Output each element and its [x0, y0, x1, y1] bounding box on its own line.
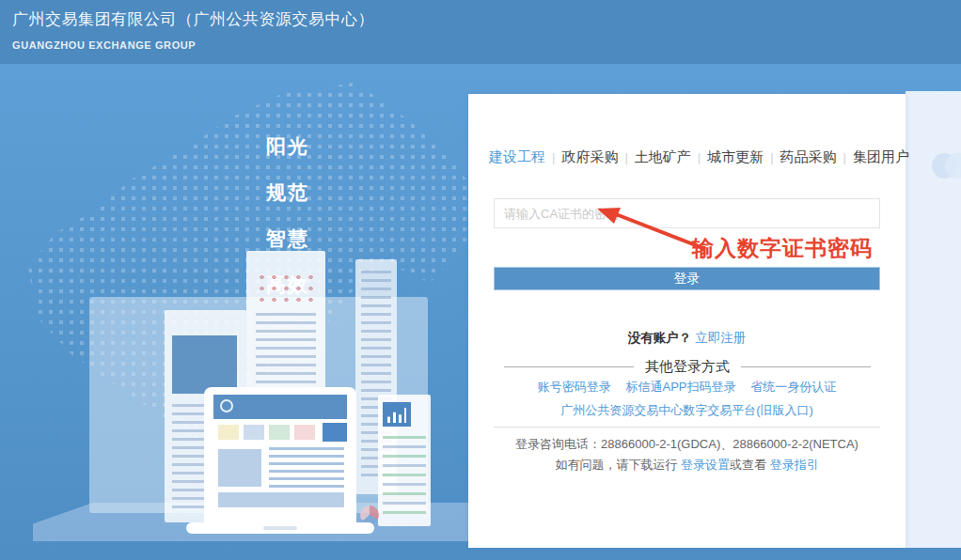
login-guide-link[interactable]: 登录指引 — [770, 458, 819, 472]
tab-group-user[interactable]: 集团用户 — [853, 148, 909, 164]
provincial-identity-link[interactable]: 省统一身份认证 — [750, 380, 836, 394]
old-platform-link[interactable]: 广州公共资源交易中心数字交易平台(旧版入口) — [560, 403, 813, 417]
page: 广州交易集团有限公司（广州公共资源交易中心） GUANGZHOU EXCHANG… — [0, 0, 961, 560]
tab-drug-procurement[interactable]: 药品采购 — [780, 148, 837, 164]
login-tab-bar: 建设工程|政府采购|土地矿产|城市更新|药品采购|集团用户 — [489, 148, 893, 166]
edge-panel — [906, 91, 961, 548]
chart-document-graphic — [378, 395, 431, 526]
bar-chart-icon — [383, 402, 411, 427]
tab-land-minerals[interactable]: 土地矿产 — [635, 148, 691, 164]
site-subtitle: GUANGZHOU EXCHANGE GROUP — [12, 39, 961, 51]
register-link[interactable]: 立即注册 — [695, 331, 746, 345]
register-row: 没有账户？ 立即注册 — [468, 330, 906, 347]
site-header: 广州交易集团有限公司（广州公共资源交易中心） GUANGZHOU EXCHANG… — [0, 0, 961, 64]
annotation-text: 输入数字证书密码 — [692, 234, 873, 263]
ca-password-input[interactable] — [494, 198, 880, 228]
help-line: 如有问题，请下载运行 登录设置或查看 登录指引 — [468, 457, 906, 474]
browser-logo-icon — [220, 399, 233, 412]
tab-urban-renewal[interactable]: 城市更新 — [707, 148, 764, 164]
site-title: 广州交易集团有限公司（广州公共资源交易中心） — [12, 8, 961, 30]
other-methods-divider: 其他登录方式 — [504, 358, 871, 376]
footer-divider — [494, 427, 880, 428]
other-login-methods: 账号密码登录 标信通APP扫码登录 省统一身份认证 — [468, 379, 906, 396]
laptop-base-graphic — [186, 522, 374, 534]
login-settings-link[interactable]: 登录设置 — [681, 458, 730, 472]
consult-phone-line: 登录咨询电话：28866000-2-1(GDCA)、28866000-2-2(N… — [468, 436, 906, 453]
no-account-label: 没有账户？ — [628, 331, 692, 345]
login-panel: 建设工程|政府采购|土地矿产|城市更新|药品采购|集团用户 登录 没有账户？ 立… — [468, 94, 906, 548]
tab-construction[interactable]: 建设工程 — [489, 148, 545, 164]
laptop-screen-graphic — [204, 387, 356, 525]
tab-government-procurement[interactable]: 政府采购 — [561, 148, 618, 164]
other-methods-title: 其他登录方式 — [645, 358, 730, 376]
app-scan-login-link[interactable]: 标信通APP扫码登录 — [625, 380, 735, 394]
pie-chart-icon — [360, 506, 379, 524]
account-password-login-link[interactable]: 账号密码登录 — [538, 380, 611, 394]
login-button[interactable]: 登录 — [494, 267, 880, 290]
